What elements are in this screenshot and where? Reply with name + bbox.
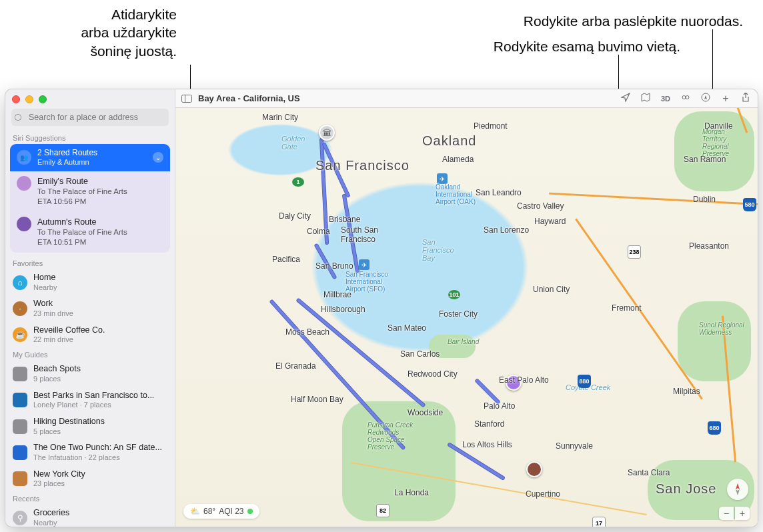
- fullscreen-button[interactable]: [39, 95, 47, 103]
- section-my-guides: My Guides: [5, 348, 175, 361]
- svg-rect-0: [182, 95, 192, 102]
- favorite-item[interactable]: ☕ Reveille Coffee Co.22 min drive: [5, 322, 175, 348]
- guide-name: The One Two Punch: An SF date...: [33, 443, 162, 453]
- highway-shield: 680: [708, 421, 721, 435]
- city-label: El Granada: [275, 361, 316, 371]
- add-button[interactable]: +: [719, 93, 732, 105]
- city-label: Santa Clara: [628, 468, 670, 477]
- city-label: Hayward: [534, 217, 566, 226]
- map-modes-button[interactable]: [639, 93, 652, 104]
- airport-icon[interactable]: ✈: [359, 259, 369, 270]
- look-around-button[interactable]: [679, 93, 692, 104]
- city-label: La Honda: [394, 488, 429, 497]
- guide-sub: 5 places: [33, 427, 105, 437]
- compass-button[interactable]: [727, 479, 748, 500]
- city-label: Dublin: [693, 195, 716, 204]
- main-panel: Bay Area - California, US 3D +: [175, 89, 758, 527]
- search-container: [11, 109, 169, 126]
- park-label: Morgan Territory Regional Preserve: [702, 128, 749, 157]
- guide-name: Hiking Destinations: [33, 417, 105, 427]
- city-label: Stanford: [474, 419, 504, 429]
- anno-show-location: Rodykite esamą buvimo vietą.: [387, 37, 680, 55]
- 3d-button[interactable]: 3D: [659, 95, 672, 103]
- current-location-button[interactable]: [619, 93, 632, 104]
- minimize-button[interactable]: [25, 95, 33, 103]
- destination-pin[interactable]: 🏛: [319, 125, 335, 141]
- highway-shield: 101: [448, 290, 460, 299]
- route-dest: To The Palace of Fine Arts: [37, 227, 127, 237]
- city-label: East Palo Alto: [499, 375, 549, 385]
- route-name: Autumn's Route: [37, 217, 127, 227]
- route-dest: To The Palace of Fine Arts: [37, 187, 127, 197]
- airport-icon[interactable]: ✈: [437, 173, 448, 184]
- favorite-sub: 23 min drive: [33, 309, 73, 319]
- traffic-lights: [5, 89, 175, 107]
- route-eta: ETA 10:51 PM: [37, 237, 127, 247]
- toggle-sidebar-button[interactable]: [181, 93, 193, 104]
- city-label: Fremont: [612, 303, 642, 313]
- city-label: Daly City: [279, 211, 311, 221]
- sidebar-list[interactable]: Siri Suggestions 👥 2 Shared Routes Emily…: [5, 131, 175, 527]
- city-label: Union City: [533, 285, 570, 294]
- zoom-out-button[interactable]: −: [719, 507, 734, 520]
- weather-temp: 68°: [203, 507, 215, 516]
- favorite-item[interactable]: ⌂ HomeNearby: [5, 269, 175, 295]
- city-label: Sunnyvale: [556, 441, 593, 451]
- svg-point-3: [686, 96, 689, 99]
- map-canvas[interactable]: 🏛 ✈ ✈ Oakland International Airport (OAK…: [175, 108, 758, 527]
- city-label: Piedmont: [474, 121, 508, 131]
- highway-shield: 880: [578, 375, 591, 388]
- favorite-icon: ∙: [13, 301, 27, 316]
- city-label: Brisbane: [329, 215, 360, 224]
- route-eta: ETA 10:56 PM: [37, 197, 127, 207]
- city-label: Pleasanton: [689, 241, 729, 251]
- route-name: Emily's Route: [37, 176, 127, 187]
- guide-item[interactable]: The One Two Punch: An SF date...The Infa…: [5, 439, 175, 465]
- close-button[interactable]: [12, 95, 20, 103]
- shared-route-item[interactable]: Autumn's Route To The Palace of Fine Art…: [10, 212, 170, 253]
- guide-item[interactable]: New York City23 places: [5, 466, 175, 492]
- shared-routes-subtitle: Emily & Autumn: [37, 158, 147, 167]
- search-input[interactable]: [11, 109, 169, 126]
- shared-route-item[interactable]: Emily's Route To The Palace of Fine Arts…: [10, 171, 170, 212]
- user-pin-autumn[interactable]: [526, 461, 542, 477]
- shared-routes-header[interactable]: 👥 2 Shared Routes Emily & Autumn ⌄: [10, 144, 170, 171]
- favorite-name: Reveille Coffee Co.: [33, 325, 105, 336]
- airport-label: Oakland International Airport (OAK): [436, 183, 476, 205]
- weather-aqi: AQI 23: [219, 507, 243, 516]
- city-label: Milpitas: [673, 387, 700, 396]
- guide-sub: 9 places: [33, 375, 81, 384]
- city-label: Castro Valley: [517, 201, 564, 211]
- city-label: Redwood City: [408, 369, 458, 379]
- guide-item[interactable]: Best Parks in San Francisco to...Lonely …: [5, 387, 175, 413]
- share-button[interactable]: [739, 93, 752, 104]
- section-favorites: Favorites: [5, 257, 175, 269]
- city-label: Palo Alto: [484, 401, 515, 411]
- city-label: Cupertino: [526, 489, 560, 499]
- favorite-name: Work: [33, 299, 73, 309]
- park-label: Bair Island: [448, 338, 494, 345]
- city-label: Half Moon Bay: [291, 395, 343, 404]
- favorite-item[interactable]: ∙ Work23 min drive: [5, 295, 175, 321]
- city-label: Woodside: [408, 408, 443, 417]
- city-label: South San Francisco: [341, 225, 378, 244]
- shared-routes-icon: 👥: [17, 150, 31, 165]
- svg-marker-5: [736, 483, 740, 489]
- city-label: Millbrae: [323, 290, 351, 299]
- park-label: Sunol Regional Wilderness: [699, 321, 746, 336]
- city-label-large: San Jose: [656, 481, 716, 497]
- avatar: [17, 176, 31, 191]
- weather-pill[interactable]: ⛅ 68° AQI 23: [183, 504, 259, 519]
- zoom-in-button[interactable]: +: [735, 507, 750, 520]
- recent-item[interactable]: ⚲ GroceriesNearby: [5, 505, 175, 527]
- guide-sub: The Infatuation · 22 places: [33, 453, 162, 463]
- collapse-icon[interactable]: ⌄: [153, 152, 163, 163]
- maps-window: Siri Suggestions 👥 2 Shared Routes Emily…: [5, 89, 758, 527]
- guide-item[interactable]: Beach Spots9 places: [5, 361, 175, 387]
- city-label: Alameda: [442, 155, 474, 164]
- city-label-large: San Francisco: [315, 158, 410, 173]
- directions-button[interactable]: [699, 93, 712, 104]
- section-siri-suggestions: Siri Suggestions: [5, 131, 175, 144]
- city-label: Foster City: [439, 309, 478, 319]
- guide-item[interactable]: Hiking Destinations5 places: [5, 413, 175, 439]
